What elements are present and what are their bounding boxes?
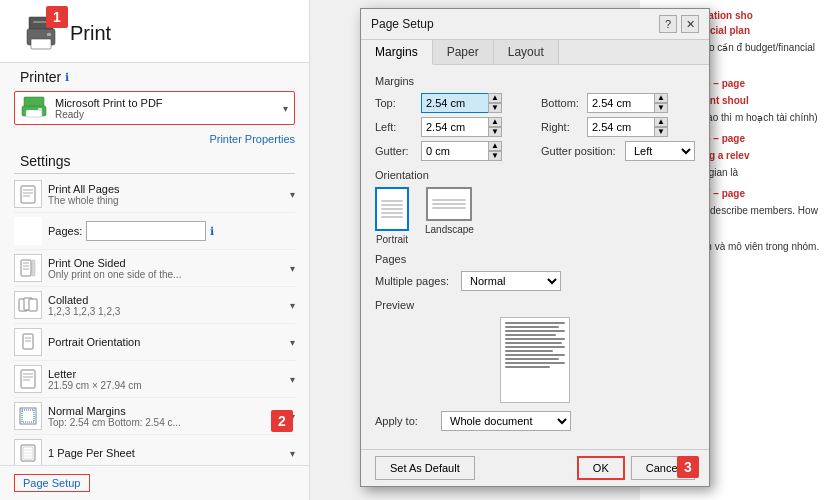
right-input[interactable]: 2.54 cm <box>587 117 655 137</box>
gutter-spinner: ▲ ▼ <box>488 141 502 161</box>
portrait-option[interactable]: Portrait <box>375 187 409 245</box>
list-item[interactable]: Collated 1,2,3 1,2,3 1,2,3 ▾ <box>14 287 295 324</box>
preview-line <box>505 334 556 336</box>
preview-line <box>505 362 565 364</box>
apply-row: Apply to: Whole document <box>375 411 695 431</box>
top-up-btn[interactable]: ▲ <box>488 93 502 103</box>
set-as-default-button[interactable]: Set As Default <box>375 456 475 480</box>
printer-properties-link[interactable]: Printer Properties <box>0 131 309 147</box>
preview-line <box>505 330 565 332</box>
margins-svg <box>18 406 38 426</box>
gutter-down-btn[interactable]: ▼ <box>488 151 502 161</box>
tab-paper[interactable]: Paper <box>433 40 494 64</box>
apply-select[interactable]: Whole document <box>441 411 571 431</box>
bottom-down-btn[interactable]: ▼ <box>654 103 668 113</box>
list-item[interactable]: Letter 21.59 cm × 27.94 cm ▾ <box>14 361 295 398</box>
dialog-footer: Set As Default OK Cancel <box>361 449 709 486</box>
print-all-pages-text: Print All Pages The whole thing <box>48 183 290 206</box>
footer-left: Set As Default <box>375 456 475 480</box>
right-value: 2.54 cm ▲ ▼ <box>587 117 668 137</box>
setting-arrow: ▾ <box>290 263 295 274</box>
list-item[interactable]: Portrait Orientation ▾ <box>14 324 295 361</box>
bottom-input[interactable]: 2.54 cm <box>587 93 655 113</box>
left-up-btn[interactable]: ▲ <box>488 117 502 127</box>
gutter-up-btn[interactable]: ▲ <box>488 141 502 151</box>
orient-line <box>432 203 466 205</box>
per-sheet-svg <box>18 443 38 463</box>
margins-text: Normal Margins Top: 2.54 cm Bottom: 2.54… <box>48 405 290 428</box>
tab-margins[interactable]: Margins <box>361 40 433 65</box>
margins-icon <box>14 402 42 430</box>
portrait-lines <box>377 196 407 222</box>
printer-dropdown-arrow: ▾ <box>283 103 288 114</box>
ok-button[interactable]: OK <box>577 456 625 480</box>
preview-line <box>505 354 565 356</box>
setting-main: Print All Pages <box>48 183 290 195</box>
portrait-text: Portrait Orientation <box>48 336 290 348</box>
tab-layout[interactable]: Layout <box>494 40 559 64</box>
dialog-body: Margins Top: 2.54 cm ▲ ▼ Bottom: <box>361 65 709 449</box>
bottom-label: Bottom: <box>541 97 583 109</box>
print-panel: 1 Print Printer ℹ Microsoft Print to PDF… <box>0 0 310 500</box>
dialog-tabs: Margins Paper Layout <box>361 40 709 65</box>
margins-grid: Top: 2.54 cm ▲ ▼ Bottom: 2.54 cm <box>375 93 695 161</box>
setting-arrow: ▾ <box>290 337 295 348</box>
settings-section: Print All Pages The whole thing ▾ Pages:… <box>0 176 309 465</box>
info-icon[interactable]: ℹ <box>65 71 69 84</box>
svg-rect-9 <box>21 186 35 203</box>
top-down-btn[interactable]: ▼ <box>488 103 502 113</box>
setting-sub: The whole thing <box>48 195 290 206</box>
right-up-btn[interactable]: ▲ <box>654 117 668 127</box>
gutter-input[interactable]: 0 cm <box>421 141 489 161</box>
one-sided-text: Print One Sided Only print on one side o… <box>48 257 290 280</box>
left-input[interactable]: 2.54 cm <box>421 117 489 137</box>
preview-line <box>505 350 553 352</box>
letter-svg <box>18 369 38 389</box>
top-input[interactable]: 2.54 cm <box>421 93 489 113</box>
top-spinner: ▲ ▼ <box>488 93 502 113</box>
list-item[interactable]: Print One Sided Only print on one side o… <box>14 250 295 287</box>
print-title: Print <box>70 22 111 45</box>
setting-arrow: ▾ <box>290 448 295 459</box>
multiple-pages-select[interactable]: Normal <box>461 271 561 291</box>
pages-section-title: Pages <box>375 253 695 265</box>
printer-section: Microsoft Print to PDF Ready ▾ <box>0 87 309 131</box>
portrait-svg <box>18 332 38 352</box>
bottom-up-btn[interactable]: ▲ <box>654 93 668 103</box>
pages-input-spacer <box>14 217 42 245</box>
gutter-pos-select[interactable]: Left <box>625 141 695 161</box>
top-label: Top: <box>375 97 417 109</box>
top-field-row: Top: 2.54 cm ▲ ▼ <box>375 93 525 113</box>
print-pages-icon <box>14 180 42 208</box>
portrait-label: Portrait <box>376 234 408 245</box>
list-item[interactable]: Print All Pages The whole thing ▾ <box>14 176 295 213</box>
setting-sub: Only print on one side of the... <box>48 269 290 280</box>
multiple-pages-label: Multiple pages: <box>375 275 455 287</box>
orientation-options: Portrait Landscape <box>375 187 695 245</box>
one-sided-icon <box>14 254 42 282</box>
top-value: 2.54 cm ▲ ▼ <box>421 93 502 113</box>
list-item[interactable]: 1 Page Per Sheet ▾ <box>14 435 295 465</box>
setting-arrow: ▾ <box>290 374 295 385</box>
right-down-btn[interactable]: ▼ <box>654 127 668 137</box>
settings-label: Settings <box>20 153 71 169</box>
list-item: Pages: ℹ <box>14 213 295 250</box>
left-down-btn[interactable]: ▼ <box>488 127 502 137</box>
preview-line <box>505 346 565 348</box>
gutter-field-row: Gutter: 0 cm ▲ ▼ <box>375 141 525 161</box>
page-setup-link[interactable]: Page Setup <box>14 474 90 492</box>
settings-divider <box>14 173 295 174</box>
left-spinner: ▲ ▼ <box>488 117 502 137</box>
printer-status: Ready <box>55 109 283 120</box>
collated-svg <box>18 295 38 315</box>
setting-main: Portrait Orientation <box>48 336 290 348</box>
printer-selector[interactable]: Microsoft Print to PDF Ready ▾ <box>14 91 295 125</box>
landscape-option[interactable]: Landscape <box>425 187 474 245</box>
setting-main: Print One Sided <box>48 257 290 269</box>
dialog-close-button[interactable]: ✕ <box>681 15 699 33</box>
pages-row: Multiple pages: Normal <box>375 271 695 291</box>
portrait-icon <box>14 328 42 356</box>
list-item[interactable]: Normal Margins Top: 2.54 cm Bottom: 2.54… <box>14 398 295 435</box>
pages-input[interactable] <box>86 221 206 241</box>
dialog-help-button[interactable]: ? <box>659 15 677 33</box>
